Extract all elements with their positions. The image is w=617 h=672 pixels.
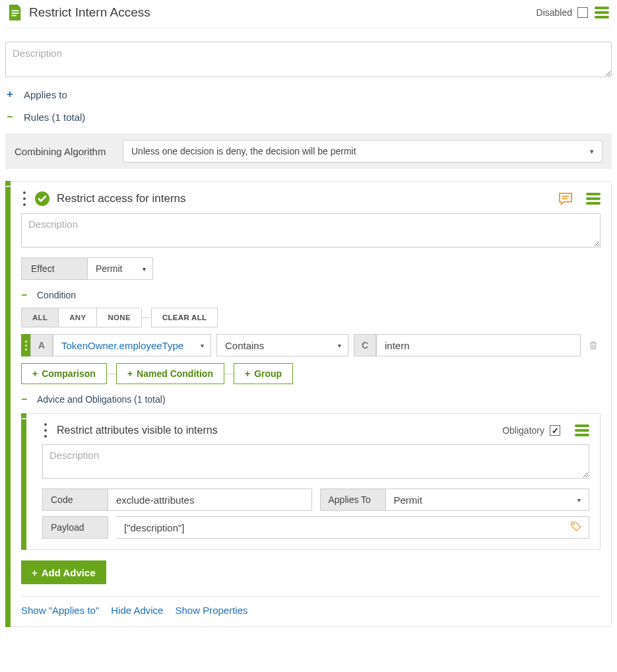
value-text: intern	[385, 340, 410, 351]
add-named-condition-button[interactable]: + Named Condition	[116, 363, 224, 384]
rule-footer-links: Show "Applies to" Hide Advice Show Prope…	[21, 596, 601, 616]
disabled-label: Disabled	[536, 7, 572, 18]
code-label: Code	[42, 488, 108, 511]
combining-algorithm-row: Combining Algorithm Unless one decision …	[5, 133, 612, 169]
plus-icon: +	[245, 368, 250, 379]
rule-description-wrap	[21, 213, 601, 250]
rule-card: − Restrict access for interns	[5, 181, 612, 627]
applies-to-label: Applies To	[320, 488, 386, 511]
effect-value: Permit	[96, 263, 122, 274]
policy-description-wrap	[5, 42, 612, 79]
collapse-icon[interactable]: −	[5, 111, 15, 123]
plus-icon: +	[32, 567, 38, 578]
obligatory-toggle[interactable]: Obligatory	[502, 425, 560, 436]
value-input[interactable]: intern	[376, 334, 581, 356]
hide-advice-link[interactable]: Hide Advice	[111, 605, 163, 616]
rules-label: Rules (1 total)	[24, 112, 85, 123]
applies-to-select[interactable]: Permit	[386, 488, 590, 511]
plus-icon: +	[32, 368, 38, 379]
svg-rect-1	[12, 13, 19, 14]
svg-rect-0	[12, 10, 19, 11]
match-all-option[interactable]: ALL	[22, 308, 59, 327]
advice-description-input[interactable]	[42, 444, 589, 479]
attribute-select[interactable]: TokenOwner.employeeType	[53, 334, 211, 356]
combining-select[interactable]: Unless one decision is deny, the decisio…	[123, 140, 602, 162]
policy-description-input[interactable]	[5, 42, 612, 77]
rule-menu-icon[interactable]	[586, 193, 601, 205]
condition-drag-handle[interactable]	[21, 334, 30, 356]
tag-icon[interactable]	[570, 521, 582, 535]
advice-card: − Restrict attributes visible to interns…	[21, 413, 601, 550]
delete-condition-button[interactable]	[586, 334, 601, 356]
svg-rect-2	[12, 15, 16, 17]
applies-to-section: + Applies to	[5, 84, 612, 104]
collapse-icon[interactable]: −	[21, 393, 29, 405]
attribute-value: TokenOwner.employeeType	[61, 340, 183, 351]
drag-handle-icon[interactable]	[21, 191, 28, 206]
add-advice-label: Add Advice	[42, 567, 96, 578]
comment-icon[interactable]	[558, 192, 573, 205]
clear-all-button[interactable]: CLEAR ALL	[151, 308, 218, 327]
constant-badge: C	[354, 334, 376, 356]
add-condition-buttons: + Comparison + Named Condition + Group	[21, 363, 601, 384]
payload-input[interactable]: ["description"]	[116, 516, 589, 539]
payload-value: ["description"]	[124, 522, 185, 533]
expand-icon[interactable]: +	[5, 88, 15, 100]
connector-line	[107, 374, 116, 374]
condition-label: Condition	[37, 290, 76, 300]
rule-description-input[interactable]	[21, 213, 601, 248]
advice-form: Code exclude-attributes Applies To Permi…	[42, 488, 589, 539]
menu-icon[interactable]	[595, 7, 609, 18]
advice-title: Restrict attributes visible to interns	[57, 424, 494, 436]
show-properties-link[interactable]: Show Properties	[175, 605, 247, 616]
match-none-option[interactable]: NONE	[97, 308, 141, 327]
policy-header: Restrict Intern Access Disabled	[5, 4, 612, 28]
applies-to-label: Applies to	[24, 89, 67, 100]
svg-point-8	[573, 523, 574, 525]
collapse-icon[interactable]: −	[21, 289, 29, 301]
advice-section: − Advice and Obligations (1 total)	[21, 393, 601, 405]
rule-title: Restrict access for interns	[57, 192, 552, 205]
operator-select[interactable]: Contains	[216, 334, 348, 356]
rule-collapse-bar[interactable]: −	[5, 181, 11, 627]
drag-handle-icon[interactable]	[42, 423, 49, 438]
document-icon	[8, 4, 22, 21]
obligatory-checkbox[interactable]	[550, 425, 560, 436]
match-any-option[interactable]: ANY	[59, 308, 97, 327]
code-value: exclude-attributes	[116, 494, 194, 506]
combining-label: Combining Algorithm	[15, 146, 114, 157]
advice-description-wrap	[42, 444, 589, 481]
add-advice-button[interactable]: + Add Advice	[21, 560, 106, 584]
code-input[interactable]: exclude-attributes	[108, 488, 312, 511]
plus-icon: +	[127, 368, 133, 379]
condition-toolbar: ALL ANY NONE CLEAR ALL	[21, 308, 601, 327]
add-named-condition-label: Named Condition	[137, 368, 213, 379]
advice-collapse-bar[interactable]: −	[21, 413, 26, 550]
show-applies-to-link[interactable]: Show "Applies to"	[21, 605, 99, 616]
match-toggle: ALL ANY NONE	[21, 308, 142, 327]
policy-title: Restrict Intern Access	[29, 5, 536, 20]
add-group-label: Group	[254, 368, 282, 379]
obligatory-label: Obligatory	[502, 425, 544, 436]
advice-section-label: Advice and Obligations (1 total)	[37, 394, 166, 405]
add-group-button[interactable]: + Group	[234, 363, 293, 384]
add-comparison-label: Comparison	[42, 368, 96, 379]
connector-line	[224, 374, 234, 374]
rule-header: Restrict access for interns	[21, 191, 601, 207]
disabled-checkbox[interactable]	[577, 7, 588, 18]
effect-row: Effect Permit	[21, 257, 601, 280]
disabled-toggle[interactable]: Disabled	[536, 7, 588, 18]
effect-select[interactable]: Permit	[87, 257, 153, 280]
add-comparison-button[interactable]: + Comparison	[21, 363, 107, 384]
operator-value: Contains	[225, 340, 264, 351]
applies-to-value: Permit	[394, 494, 422, 506]
advice-menu-icon[interactable]	[575, 424, 589, 436]
combining-value: Unless one decision is deny, the decisio…	[131, 146, 356, 156]
advice-header: Restrict attributes visible to interns O…	[42, 423, 589, 438]
attribute-badge: A	[30, 334, 53, 356]
condition-row: A TokenOwner.employeeType Contains C int…	[21, 334, 601, 356]
check-circle-icon	[34, 191, 50, 207]
effect-label: Effect	[21, 257, 87, 280]
rules-section: − Rules (1 total)	[5, 107, 612, 127]
condition-section: − Condition	[21, 289, 601, 301]
